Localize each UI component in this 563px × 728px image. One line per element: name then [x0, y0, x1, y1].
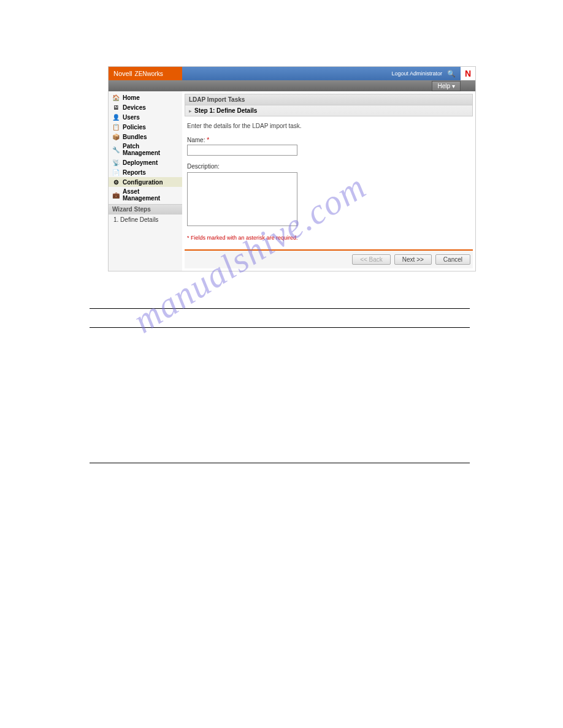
name-field-group: Name: *: [187, 137, 470, 156]
sidebar-item-deployment[interactable]: 📡 Deployment: [109, 157, 182, 167]
cancel-button[interactable]: Cancel: [435, 254, 470, 265]
main-layout: 🏠 Home 🖥 Devices 👤 Users 📋 Policies 📦 Bu…: [109, 91, 475, 271]
sidebar-item-policies[interactable]: 📋 Policies: [109, 122, 182, 132]
sidebar-item-label: Patch Management: [123, 143, 178, 156]
users-icon: 👤: [112, 113, 120, 121]
name-input[interactable]: [187, 145, 297, 156]
novell-logo: N: [461, 67, 475, 80]
sidebar-item-users[interactable]: 👤 Users: [109, 112, 182, 122]
panel-step-header: ▸ Step 1: Define Details: [185, 105, 473, 116]
content-area: LDAP Import Tasks ▸ Step 1: Define Detai…: [182, 91, 475, 271]
button-row: << Back Next >> Cancel: [185, 251, 473, 268]
sidebar-item-home[interactable]: 🏠 Home: [109, 93, 182, 102]
bundles-icon: 📦: [112, 133, 120, 140]
help-label: Help: [437, 83, 450, 89]
doc-line: [90, 463, 470, 463]
brand-product: ZENworks: [135, 70, 163, 77]
logout-link[interactable]: Logout Administrator: [391, 70, 442, 77]
required-asterisk: *: [207, 137, 209, 143]
brand-area: Novell ZENworks: [109, 67, 182, 80]
form-area: Enter the details for the LDAP import ta…: [185, 116, 473, 247]
app-window: Novell ZENworks Logout Administrator 🔍 N…: [108, 66, 476, 271]
sidebar: 🏠 Home 🖥 Devices 👤 Users 📋 Policies 📦 Bu…: [109, 91, 182, 271]
reports-icon: 📄: [112, 169, 120, 176]
sidebar-item-label: Policies: [123, 124, 146, 131]
patch-icon: 🔧: [112, 146, 120, 153]
required-note: * Fields marked with an asterisk are req…: [187, 235, 470, 241]
deployment-icon: 📡: [112, 159, 120, 166]
wizard-steps-header: Wizard Steps: [109, 204, 182, 214]
sidebar-item-asset-management[interactable]: 💼 Asset Management: [109, 187, 182, 203]
panel-title: LDAP Import Tasks: [185, 94, 473, 105]
sidebar-item-label: Users: [123, 114, 140, 121]
form-instruction: Enter the details for the LDAP import ta…: [187, 123, 470, 129]
wizard-step-1[interactable]: 1. Define Details: [109, 214, 182, 225]
description-input[interactable]: [187, 172, 297, 226]
next-button[interactable]: Next >>: [394, 254, 432, 265]
sidebar-item-label: Deployment: [123, 159, 158, 166]
chevron-down-icon: ▾: [452, 83, 455, 89]
sidebar-item-configuration[interactable]: ⚙ Configuration: [109, 177, 182, 187]
help-dropdown[interactable]: Help ▾: [432, 81, 461, 91]
help-bar: Help ▾: [109, 80, 475, 91]
description-label: Description:: [187, 163, 470, 170]
top-bar: Novell ZENworks Logout Administrator 🔍 N: [109, 67, 475, 80]
sidebar-item-reports[interactable]: 📄 Reports: [109, 167, 182, 177]
sidebar-item-label: Devices: [123, 104, 146, 111]
sidebar-item-bundles[interactable]: 📦 Bundles: [109, 132, 182, 142]
search-icon[interactable]: 🔍: [447, 70, 456, 78]
asset-icon: 💼: [112, 191, 120, 199]
description-field-group: Description:: [187, 163, 470, 227]
home-icon: 🏠: [112, 94, 120, 101]
policies-icon: 📋: [112, 123, 120, 131]
sidebar-item-label: Asset Management: [123, 188, 178, 202]
sidebar-item-label: Bundles: [123, 134, 147, 140]
devices-icon: 🖥: [112, 104, 120, 111]
sidebar-item-devices[interactable]: 🖥 Devices: [109, 102, 182, 112]
brand-name: Novell: [113, 70, 132, 77]
doc-line: [90, 327, 470, 328]
sidebar-item-label: Home: [123, 94, 140, 101]
configuration-icon: ⚙: [112, 178, 120, 186]
top-bar-right: Logout Administrator 🔍: [182, 67, 461, 80]
back-button[interactable]: << Back: [352, 254, 391, 265]
doc-line: [90, 308, 470, 309]
sidebar-item-label: Configuration: [123, 179, 163, 186]
panel-step-label: Step 1: Define Details: [194, 107, 257, 114]
sidebar-item-patch-management[interactable]: 🔧 Patch Management: [109, 142, 182, 157]
sidebar-item-label: Reports: [123, 169, 146, 176]
name-label: Name: *: [187, 137, 470, 143]
document-lines: [90, 308, 470, 463]
step-arrow-icon: ▸: [189, 108, 192, 114]
